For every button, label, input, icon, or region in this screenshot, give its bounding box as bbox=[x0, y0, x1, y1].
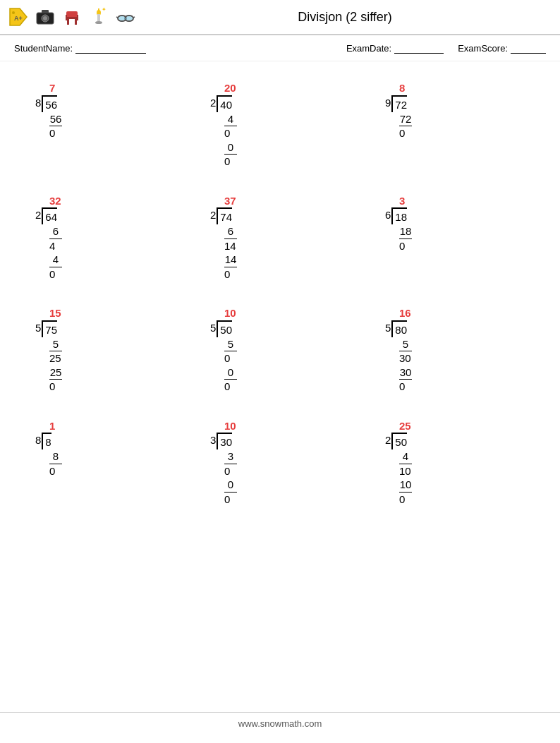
dividend-11: 30 bbox=[217, 433, 232, 449]
bracket-row-10: 88 bbox=[35, 433, 51, 449]
step-line-9-2: 30 bbox=[399, 366, 412, 380]
svg-rect-12 bbox=[77, 15, 78, 20]
step-line-2-1: 0 bbox=[224, 126, 237, 140]
step-line-4-2: 4 bbox=[49, 253, 62, 267]
step-line-12-2: 10 bbox=[399, 478, 412, 493]
svg-line-23 bbox=[133, 17, 135, 18]
bracket-row-9: 580 bbox=[385, 320, 407, 337]
problem-11: 103303000 bbox=[196, 413, 364, 512]
divisor-2: 2 bbox=[210, 95, 217, 110]
page-title: Divisjon (2 siffer) bbox=[137, 10, 553, 25]
bracket-row-12: 250 bbox=[385, 433, 407, 449]
svg-rect-11 bbox=[66, 15, 67, 20]
svg-text:A+: A+ bbox=[14, 15, 23, 22]
step-line-8-0: 5 bbox=[224, 337, 237, 352]
steps-6: 180 bbox=[399, 224, 412, 253]
student-name-input[interactable] bbox=[75, 42, 146, 54]
dividend-9: 80 bbox=[391, 320, 407, 337]
divisor-11: 3 bbox=[210, 433, 217, 447]
bracket-row-1: 856 bbox=[35, 95, 57, 112]
answer-1: 7 bbox=[49, 81, 55, 95]
exam-date-input[interactable] bbox=[394, 42, 444, 54]
step-line-11-2: 0 bbox=[224, 478, 237, 493]
step-line-2-3: 0 bbox=[224, 155, 237, 169]
tag-icon: A+ bbox=[7, 6, 30, 28]
step-line-11-1: 0 bbox=[224, 464, 237, 478]
svg-text:✦: ✦ bbox=[102, 7, 106, 13]
answer-10: 1 bbox=[49, 419, 55, 433]
dividend-5: 74 bbox=[217, 207, 232, 224]
step-line-9-1: 30 bbox=[399, 351, 412, 366]
svg-rect-9 bbox=[67, 19, 69, 25]
divisor-10: 8 bbox=[35, 433, 42, 447]
divisor-12: 2 bbox=[385, 433, 391, 447]
step-line-5-3: 0 bbox=[224, 267, 237, 282]
svg-point-20 bbox=[118, 16, 126, 20]
divisor-1: 8 bbox=[35, 95, 42, 110]
problem-7: 15575525250 bbox=[21, 301, 189, 399]
step-line-5-1: 14 bbox=[224, 239, 237, 253]
dividend-4: 64 bbox=[42, 207, 57, 224]
steps-2: 4000 bbox=[224, 112, 237, 169]
footer-url: www.snowmath.com bbox=[238, 718, 322, 729]
step-line-7-0: 5 bbox=[49, 337, 62, 352]
svg-rect-10 bbox=[75, 19, 77, 25]
dividend-10: 8 bbox=[42, 433, 51, 449]
dividend-12: 50 bbox=[391, 433, 407, 449]
dividend-2: 40 bbox=[217, 95, 232, 112]
step-line-4-1: 4 bbox=[49, 239, 62, 253]
footer: www.snowmath.com bbox=[0, 712, 560, 729]
dividend-8: 50 bbox=[217, 320, 232, 337]
exam-score-label: ExamScore: bbox=[458, 43, 508, 54]
answer-3: 8 bbox=[399, 81, 405, 95]
steps-10: 80 bbox=[49, 449, 62, 478]
bracket-row-3: 972 bbox=[385, 95, 407, 112]
answer-6: 3 bbox=[399, 194, 405, 208]
student-name-field: StudentName: bbox=[14, 42, 146, 54]
step-line-7-3: 0 bbox=[49, 380, 62, 394]
answer-9: 16 bbox=[399, 306, 411, 320]
problem-5: 37274614140 bbox=[196, 188, 364, 287]
divisor-9: 5 bbox=[385, 320, 391, 335]
exam-score-input[interactable] bbox=[511, 42, 546, 54]
step-line-7-2: 25 bbox=[49, 366, 62, 380]
answer-7: 15 bbox=[49, 306, 61, 320]
step-line-1-0: 56 bbox=[49, 112, 62, 127]
divisor-7: 5 bbox=[35, 320, 42, 335]
answer-11: 10 bbox=[224, 419, 236, 433]
step-line-4-3: 0 bbox=[49, 267, 62, 282]
problem-6: 3618180 bbox=[371, 188, 539, 287]
exam-score-field: ExamScore: bbox=[458, 42, 546, 54]
steps-4: 6440 bbox=[49, 224, 62, 281]
lamp-icon: ✦ bbox=[87, 6, 110, 28]
steps-11: 3000 bbox=[224, 449, 237, 506]
answer-12: 25 bbox=[399, 419, 411, 433]
step-line-10-0: 8 bbox=[49, 449, 62, 464]
svg-point-1 bbox=[12, 11, 15, 14]
problem-9: 16580530300 bbox=[371, 301, 539, 399]
step-line-11-3: 0 bbox=[224, 493, 237, 507]
bracket-row-2: 240 bbox=[210, 95, 232, 112]
bracket-row-6: 618 bbox=[385, 207, 407, 224]
problem-8: 105505000 bbox=[196, 301, 364, 399]
step-line-12-1: 10 bbox=[399, 464, 412, 478]
student-name-label: StudentName: bbox=[14, 43, 73, 54]
sunglasses-icon bbox=[114, 6, 137, 28]
header-icons: A+ bbox=[7, 6, 137, 28]
steps-1: 560 bbox=[49, 112, 62, 140]
exam-date-label: ExamDate: bbox=[346, 43, 391, 54]
step-line-5-2: 14 bbox=[224, 253, 237, 267]
steps-9: 530300 bbox=[399, 337, 412, 394]
step-line-10-1: 0 bbox=[49, 464, 62, 478]
answer-4: 32 bbox=[49, 194, 61, 208]
dividend-1: 56 bbox=[42, 95, 57, 112]
svg-rect-6 bbox=[42, 10, 49, 13]
step-line-6-0: 18 bbox=[399, 224, 412, 239]
svg-point-16 bbox=[95, 21, 102, 24]
camera-icon bbox=[34, 6, 56, 28]
problems-grid: 7856560202404000897272032264644037274614… bbox=[0, 68, 560, 519]
steps-7: 525250 bbox=[49, 337, 62, 394]
answer-2: 20 bbox=[224, 81, 236, 95]
step-line-8-1: 0 bbox=[224, 351, 237, 366]
problem-4: 322646440 bbox=[21, 188, 189, 287]
